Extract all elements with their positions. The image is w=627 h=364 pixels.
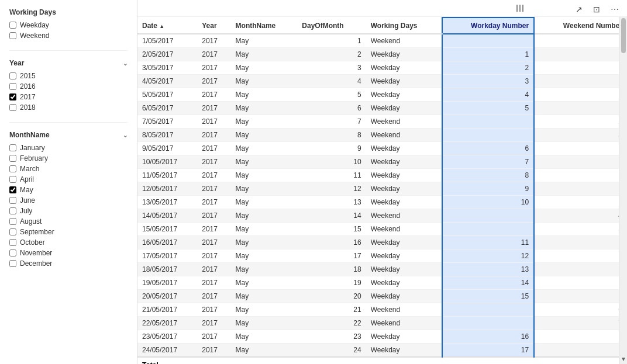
col-header-workingdays[interactable]: Working Days bbox=[366, 18, 442, 34]
column-drag-handle[interactable] bbox=[516, 5, 523, 12]
table-cell: 3 bbox=[534, 129, 627, 142]
table-cell: 2017 bbox=[197, 48, 230, 61]
label-november: November bbox=[20, 249, 52, 257]
table-cell: Weekend bbox=[366, 115, 442, 129]
filter-item-2018[interactable]: 2018 bbox=[9, 103, 128, 112]
checkbox-july[interactable] bbox=[9, 207, 16, 214]
table-cell: 13 bbox=[297, 196, 366, 209]
table-cell: 20 bbox=[297, 290, 366, 303]
checkbox-january[interactable] bbox=[9, 144, 16, 151]
checkbox-august[interactable] bbox=[9, 218, 16, 225]
table-cell: 2017 bbox=[197, 236, 230, 249]
col-header-workdaynumber[interactable]: Workday Number bbox=[442, 18, 534, 34]
checkbox-2016[interactable] bbox=[9, 83, 16, 90]
table-row: 5/05/20172017May5Weekday4 bbox=[137, 88, 627, 102]
checkbox-november[interactable] bbox=[9, 249, 16, 256]
checkbox-weekend[interactable] bbox=[9, 32, 16, 39]
filter-title-working-days: Working Days bbox=[9, 8, 128, 16]
col-header-dayofmonth[interactable]: DayOfMonth bbox=[297, 18, 366, 34]
checkbox-may[interactable] bbox=[9, 186, 16, 193]
filter-item-2016[interactable]: 2016 bbox=[9, 82, 128, 91]
checkbox-april[interactable] bbox=[9, 176, 16, 183]
expand-button[interactable]: ⊡ bbox=[591, 4, 602, 15]
filter-item-may[interactable]: May bbox=[9, 186, 128, 194]
checkbox-december[interactable] bbox=[9, 260, 16, 267]
filter-item-june[interactable]: June bbox=[9, 196, 128, 204]
col-header-year[interactable]: Year bbox=[197, 18, 230, 34]
col-header-weekendnumber[interactable]: Weekend Number bbox=[534, 18, 627, 34]
table-row: 9/05/20172017May9Weekday6 bbox=[137, 142, 627, 155]
filter-item-september[interactable]: September bbox=[9, 228, 128, 236]
table-cell: 15/05/2017 bbox=[137, 223, 197, 236]
scrollbar-thumb[interactable] bbox=[621, 18, 626, 53]
filter-item-february[interactable]: February bbox=[9, 154, 128, 162]
table-cell: May bbox=[231, 182, 298, 196]
filter-item-weekend[interactable]: Weekend bbox=[9, 32, 128, 40]
filter-item-august[interactable]: August bbox=[9, 217, 128, 226]
table-cell: 11 bbox=[442, 236, 534, 249]
table-cell: 2 bbox=[297, 48, 366, 61]
table-wrapper: Date Year MonthName DayOfMonth Working D… bbox=[137, 17, 627, 364]
table-cell: 9 bbox=[442, 182, 534, 196]
drag-line bbox=[516, 5, 518, 12]
checkbox-june[interactable] bbox=[9, 197, 16, 204]
filter-item-november[interactable]: November bbox=[9, 249, 128, 257]
main-content: ↗ ⊡ ⋯ Date Year MonthName DayOfMonth bbox=[137, 0, 627, 364]
table-cell: 2017 bbox=[197, 276, 230, 290]
checkbox-september[interactable] bbox=[9, 228, 16, 235]
scroll-arrow-down[interactable]: ▼ bbox=[619, 356, 627, 364]
checkbox-march[interactable] bbox=[9, 165, 16, 172]
checkbox-october[interactable] bbox=[9, 239, 16, 246]
table-cell: 11 bbox=[297, 169, 366, 182]
table-cell: 5 bbox=[297, 88, 366, 102]
filter-item-january[interactable]: January bbox=[9, 144, 128, 152]
more-button[interactable]: ⋯ bbox=[608, 4, 621, 15]
table-cell: 7 bbox=[297, 115, 366, 129]
filter-title-year[interactable]: Year ⌄ bbox=[9, 59, 128, 67]
scrollbar-track[interactable]: ▼ bbox=[619, 17, 627, 364]
table-cell: 16 bbox=[297, 236, 366, 249]
table-cell: 16/05/2017 bbox=[137, 236, 197, 249]
table-cell: May bbox=[231, 75, 298, 88]
filter-item-december[interactable]: December bbox=[9, 259, 128, 268]
table-cell: Weekday bbox=[366, 102, 442, 115]
table-row: 22/05/20172017May22Weekend7 bbox=[137, 317, 627, 330]
table-cell: May bbox=[231, 223, 298, 236]
filter-item-march[interactable]: March bbox=[9, 165, 128, 173]
table-cell: 9/05/2017 bbox=[137, 142, 197, 155]
checkbox-february[interactable] bbox=[9, 155, 16, 162]
table-cell: May bbox=[231, 317, 298, 330]
table-cell: Weekday bbox=[366, 249, 442, 263]
checkbox-2018[interactable] bbox=[9, 104, 16, 111]
checkbox-2017[interactable] bbox=[9, 93, 16, 100]
label-2016: 2016 bbox=[20, 82, 36, 91]
table-cell: 6/05/2017 bbox=[137, 102, 197, 115]
filter-item-weekday[interactable]: Weekday bbox=[9, 21, 128, 29]
table-cell: 2017 bbox=[197, 169, 230, 182]
label-march: March bbox=[20, 165, 39, 173]
filter-item-april[interactable]: April bbox=[9, 175, 128, 183]
col-header-monthname[interactable]: MonthName bbox=[231, 18, 298, 34]
filter-item-2015[interactable]: 2015 bbox=[9, 72, 128, 80]
filter-title-monthname[interactable]: MonthName ⌄ bbox=[9, 131, 128, 139]
table-cell bbox=[442, 209, 534, 223]
table-cell: 5 bbox=[442, 102, 534, 115]
table-cell: Weekend bbox=[366, 303, 442, 317]
col-header-date[interactable]: Date bbox=[137, 18, 197, 34]
table-cell: Weekday bbox=[366, 169, 442, 182]
filter-item-2017[interactable]: 2017 bbox=[9, 93, 128, 101]
table-cell bbox=[442, 317, 534, 330]
table-cell: 2017 bbox=[197, 330, 230, 344]
table-cell: 12 bbox=[297, 182, 366, 196]
checkbox-weekday[interactable] bbox=[9, 22, 16, 29]
table-cell: 6 bbox=[534, 303, 627, 317]
filter-section-working-days: Working Days Weekday Weekend bbox=[9, 8, 128, 40]
table-cell: 2017 bbox=[197, 102, 230, 115]
table-row: 4/05/20172017May4Weekday3 bbox=[137, 75, 627, 88]
table-cell: 22/05/2017 bbox=[137, 317, 197, 330]
checkbox-2015[interactable] bbox=[9, 72, 16, 79]
table-cell: Weekday bbox=[366, 155, 442, 169]
filter-item-october[interactable]: October bbox=[9, 238, 128, 247]
filter-item-july[interactable]: July bbox=[9, 207, 128, 215]
table-cell: 4 bbox=[442, 88, 534, 102]
